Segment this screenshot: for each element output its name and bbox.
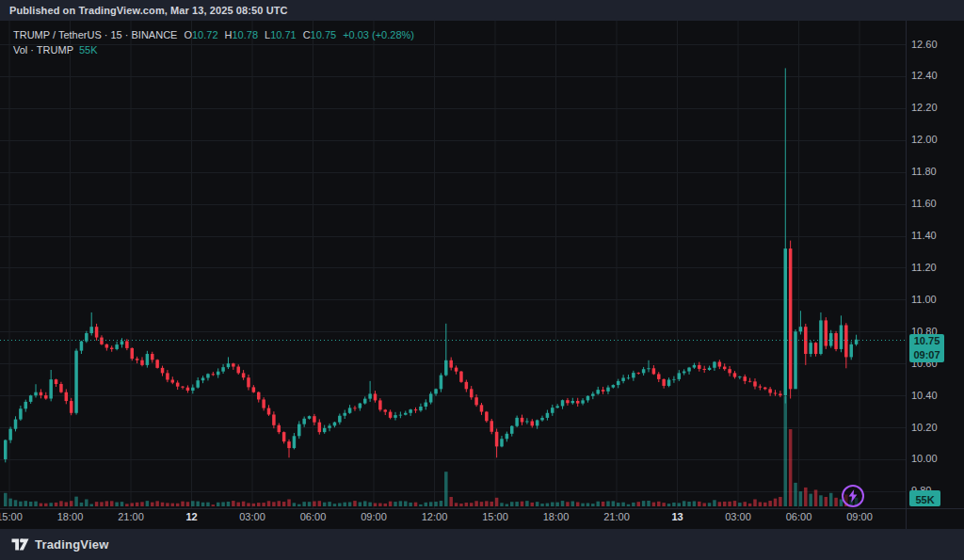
price-tick-label: 12.00 [911, 134, 958, 145]
boost-lightning-icon[interactable] [842, 485, 864, 507]
price-tick-label: 12.60 [911, 39, 958, 50]
open-label: O [184, 29, 192, 40]
symbol-legend[interactable]: TRUMP / TetherUS · 15 · BINANCEO10.72H10… [13, 27, 414, 57]
lightning-bolt-glyph [847, 489, 859, 503]
price-tick-label: 10.20 [911, 422, 958, 433]
brand-name[interactable]: TradingView [35, 537, 109, 552]
high-value: 10.78 [232, 29, 258, 40]
time-tick-label: 09:00 [361, 511, 387, 522]
footer-bar: TradingView [0, 529, 964, 560]
tradingview-logo-icon[interactable] [11, 536, 29, 552]
open-value: 10.72 [192, 29, 218, 40]
time-tick-label: 13 [671, 511, 683, 522]
time-tick-label: 18:00 [543, 511, 570, 522]
price-tick-label: 11.80 [911, 166, 958, 177]
time-tick-label: 06:00 [300, 511, 327, 522]
time-tick-label: 06:00 [786, 511, 812, 522]
volume-series-value: 55K [79, 44, 98, 56]
published-bar: Published on TradingView.com, Mar 13, 20… [0, 0, 964, 21]
price-tick-label: 11.20 [911, 262, 958, 273]
candlestick-volume-plot[interactable] [0, 21, 964, 529]
legend-row-ohlc: TRUMP / TetherUS · 15 · BINANCEO10.72H10… [13, 27, 414, 42]
time-tick-label: 03:00 [725, 511, 751, 522]
price-tick-label: 12.40 [911, 70, 958, 81]
time-tick-label: 18:00 [57, 511, 84, 522]
price-tick-label: 10.40 [911, 390, 958, 401]
time-tick-label: 12 [185, 511, 197, 522]
time-tick-label: 21:00 [118, 511, 144, 522]
time-tick-label: 15:00 [0, 511, 23, 522]
chart-pane[interactable]: TRUMP / TetherUS · 15 · BINANCEO10.72H10… [0, 21, 964, 529]
price-tick-label: 11.00 [911, 294, 958, 305]
price-tick-label: 12.20 [911, 102, 958, 113]
price-tick-label: 11.40 [911, 230, 958, 241]
volume-series-label[interactable]: Vol · TRUMP [13, 44, 73, 56]
low-value: 10.71 [270, 29, 297, 40]
price-tick-label: 10.00 [911, 453, 958, 464]
price-tick-label: 11.60 [911, 198, 958, 209]
legend-row-volume: Vol · TRUMP55K [13, 42, 414, 57]
time-tick-label: 09:00 [846, 511, 873, 522]
tradingview-published-chart: Published on TradingView.com, Mar 13, 20… [0, 0, 964, 560]
time-tick-label: 15:00 [482, 511, 508, 522]
volume-badge: 55K [909, 490, 940, 506]
close-label: C [303, 29, 311, 40]
last-price-badge: 10.75 09:07 [909, 334, 944, 362]
volume-badge-value: 55K [915, 494, 934, 505]
time-tick-label: 12:00 [422, 511, 448, 522]
close-value: 10.75 [311, 29, 337, 40]
candle-countdown: 09:07 [909, 348, 944, 362]
symbol-title[interactable]: TRUMP / TetherUS · 15 · BINANCE [13, 29, 177, 40]
last-price-value: 10.75 [909, 334, 944, 348]
time-tick-label: 21:00 [603, 511, 630, 522]
time-tick-label: 03:00 [239, 511, 265, 522]
change-value: +0.03 (+0.28%) [343, 29, 414, 40]
published-text: Published on TradingView.com, Mar 13, 20… [9, 5, 288, 16]
